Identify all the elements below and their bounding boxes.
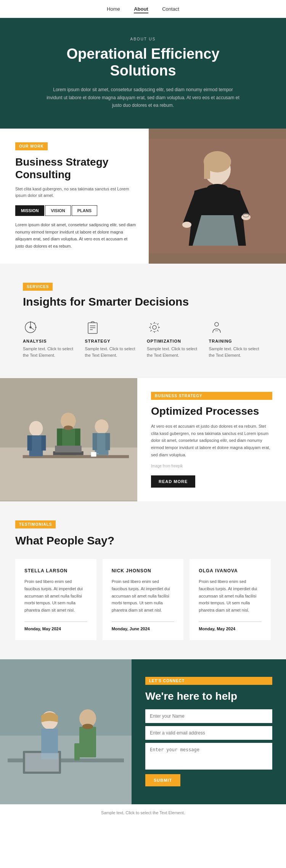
svg-rect-30 xyxy=(27,435,32,451)
submit-button[interactable]: SUBMIT xyxy=(145,774,180,786)
analysis-label: ANALYSIS xyxy=(23,339,77,343)
hero-about-label: ABOUT US xyxy=(46,37,240,41)
name-input[interactable] xyxy=(145,709,272,723)
svg-rect-17 xyxy=(88,323,97,333)
hero-description: Lorem ipsum dolor sit amet, consetetur s… xyxy=(46,86,240,109)
services-section: SERVICES Insights for Smarter Decisions … xyxy=(0,264,286,378)
optimization-label: OPTIMIZATION xyxy=(147,339,201,343)
svg-point-6 xyxy=(207,184,228,193)
svg-rect-31 xyxy=(41,435,46,451)
testimonial-divider-1 xyxy=(24,622,87,622)
contact-photo xyxy=(0,659,132,804)
service-analysis: ANALYSIS Sample text. Click to select th… xyxy=(23,320,77,359)
testimonials-title: What People Say? xyxy=(15,534,271,548)
optimization-text: Sample text. Click to select the Text El… xyxy=(147,346,201,359)
testimonial-divider-2 xyxy=(112,622,175,622)
our-work-photo xyxy=(149,129,286,264)
tab-mission[interactable]: MISSION xyxy=(15,205,44,216)
strategy-label: STRATEGY xyxy=(85,339,140,343)
svg-rect-53 xyxy=(79,727,96,757)
contact-title: We're here to help xyxy=(145,690,272,702)
our-work-subdesc: Stet clita kasd gubergren, no sea takima… xyxy=(15,186,137,199)
testimonial-olga-text: Proin sed libero enim sed faucibus turpi… xyxy=(199,578,262,614)
nav-contact[interactable]: Contact xyxy=(162,6,179,12)
service-strategy: STRATEGY Sample text. Click to select th… xyxy=(85,320,140,359)
biz-content: BUSINESS STRATEGY Optimized Processes At… xyxy=(137,378,286,501)
testimonial-nick-date: Monday, June 2024 xyxy=(112,626,175,631)
svg-rect-56 xyxy=(25,753,59,771)
svg-point-22 xyxy=(150,323,159,332)
testimonials-badge: TESTIMONIALS xyxy=(15,520,56,528)
svg-point-54 xyxy=(82,724,93,729)
our-work-title: Business Strategy Consulting xyxy=(15,156,137,181)
testimonials-grid: STELLA LARSON Proin sed libero enim sed … xyxy=(15,559,271,640)
our-work-section: OUR WORK Business Strategy Consulting St… xyxy=(0,129,286,264)
svg-rect-39 xyxy=(93,433,97,450)
contact-form: SUBMIT xyxy=(145,709,272,786)
svg-rect-43 xyxy=(91,452,96,456)
svg-point-21 xyxy=(153,325,156,329)
svg-point-28 xyxy=(29,421,43,436)
biz-badge: BUSINESS STRATEGY xyxy=(151,392,272,400)
biz-title: Optimized Processes xyxy=(151,405,272,417)
strategy-text: Sample text. Click to select the Text El… xyxy=(85,346,140,359)
biz-image xyxy=(0,378,137,501)
business-strategy-section: BUSINESS STRATEGY Optimized Processes At… xyxy=(0,378,286,501)
nav-about[interactable]: About xyxy=(134,6,148,13)
tabs-container: MISSION VISION PLANS xyxy=(15,205,137,216)
services-title: Insights for Smarter Decisions xyxy=(23,295,263,308)
our-work-content: OUR WORK Business Strategy Consulting St… xyxy=(0,129,149,264)
testimonial-nick-name: NICK JHONSON xyxy=(112,568,175,573)
testimonial-olga: OLGA IVANOVA Proin sed libero enim sed f… xyxy=(190,559,271,640)
email-input[interactable] xyxy=(145,726,272,740)
message-input[interactable] xyxy=(145,743,272,770)
optimization-icon xyxy=(147,320,162,335)
service-training: TRAINING Sample text. Click to select th… xyxy=(209,320,264,359)
testimonial-olga-date: Monday, May 2024 xyxy=(199,626,262,631)
services-badge: SERVICES xyxy=(23,283,53,291)
svg-rect-46 xyxy=(0,736,132,804)
svg-line-15 xyxy=(34,323,35,324)
biz-paragraph: At vero eos et accusam et justo duo dolo… xyxy=(151,423,272,458)
testimonial-olga-name: OLGA IVANOVA xyxy=(199,568,262,573)
footer-note-text: Sample text. Click to select the Text El… xyxy=(101,810,185,815)
testimonial-stella-date: Monday, May 2024 xyxy=(24,626,87,631)
testimonial-nick-text: Proin sed libero enim sed faucibus turpi… xyxy=(112,578,175,614)
svg-rect-4 xyxy=(204,160,210,179)
tab-vision[interactable]: VISION xyxy=(45,205,71,216)
testimonial-stella-name: STELLA LARSON xyxy=(24,568,87,573)
svg-rect-35 xyxy=(75,428,80,448)
svg-rect-42 xyxy=(55,445,82,452)
biz-photo xyxy=(0,378,137,501)
strategy-icon xyxy=(85,320,100,335)
tab-content-text: Lorem ipsum dolor sit amet, consetetur s… xyxy=(15,221,137,250)
hero-title: Operational Efficiency Solutions xyxy=(46,46,240,79)
training-text: Sample text. Click to select the Text El… xyxy=(209,346,264,359)
svg-rect-40 xyxy=(105,433,110,450)
testimonial-divider-3 xyxy=(199,622,262,622)
testimonial-stella: STELLA LARSON Proin sed libero enim sed … xyxy=(15,559,96,640)
read-more-button[interactable]: READ MORE xyxy=(151,475,195,488)
svg-point-23 xyxy=(215,322,219,326)
our-work-image xyxy=(149,129,286,264)
biz-image-credit: Image from freepik xyxy=(151,463,272,469)
svg-point-13 xyxy=(30,327,31,328)
training-label: TRAINING xyxy=(209,339,264,343)
services-grid: ANALYSIS Sample text. Click to select th… xyxy=(23,320,263,359)
service-optimization: OPTIMIZATION Sample text. Click to selec… xyxy=(147,320,201,359)
svg-point-37 xyxy=(95,419,109,434)
tab-plans[interactable]: PLANS xyxy=(72,205,97,216)
footer-note: Sample text. Click to select the Text El… xyxy=(0,804,286,821)
testimonial-nick: NICK JHONSON Proin sed libero enim sed f… xyxy=(103,559,184,640)
testimonials-section: TESTIMONIALS What People Say? STELLA LAR… xyxy=(0,501,286,659)
testimonial-stella-text: Proin sed libero enim sed faucibus turpi… xyxy=(24,578,87,614)
contact-section: LET'S CONNECT We're here to help SUBMIT xyxy=(0,659,286,804)
hero-section: ABOUT US Operational Efficiency Solution… xyxy=(0,18,286,129)
nav-home[interactable]: Home xyxy=(107,6,120,12)
training-icon xyxy=(209,320,224,335)
analysis-text: Sample text. Click to select the Text El… xyxy=(23,346,77,359)
contact-form-area: LET'S CONNECT We're here to help SUBMIT xyxy=(132,659,286,804)
navigation: Home About Contact xyxy=(0,0,286,18)
svg-point-7 xyxy=(182,222,191,228)
lets-connect-badge: LET'S CONNECT xyxy=(145,677,272,685)
